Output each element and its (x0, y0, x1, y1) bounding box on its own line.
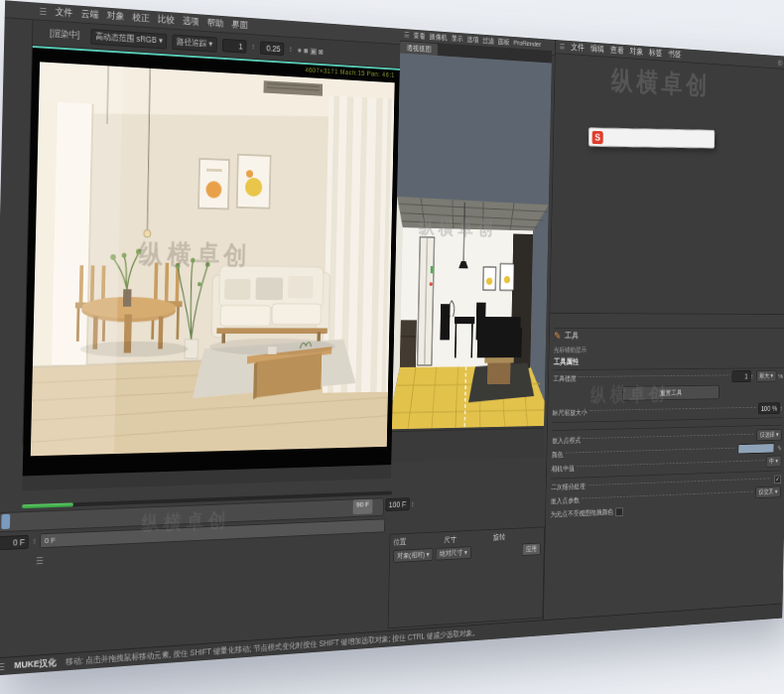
hamburger-icon[interactable]: ☰ (39, 6, 47, 16)
attribute-note: 光标辅助提示 (554, 346, 784, 354)
current-frame-spinner[interactable]: ↕ (32, 537, 36, 546)
kernel-dropdown[interactable]: 路径追踪 ▾ (173, 34, 217, 52)
om-search-icon[interactable]: ◎ ▥ (777, 58, 784, 67)
end-frame-spinner[interactable]: ↕ (411, 499, 414, 507)
cinema4d-window: ☰ 文件云端对象校正比较选项帮助界面 [渲染中] 高动态范围 sRGB ▾ 路径… (0, 0, 784, 676)
reset-tool-button[interactable]: 重置工具 (622, 385, 719, 401)
om-menu-对象[interactable]: 对象 (629, 46, 643, 58)
object-manager: ☰ 文件编辑查看对象标签书签 ◎ ▥ (550, 40, 784, 314)
tool-icon: ✎ (554, 330, 561, 341)
object-manager-menu-bar: ☰ 文件编辑查看对象标签书签 ◎ ▥ (556, 40, 784, 69)
status-hamburger-icon[interactable]: ☰ (0, 661, 5, 672)
om-menu-文件[interactable]: 文件 (571, 42, 585, 54)
color-label: 颜色 (552, 450, 564, 460)
position-header: 位置 (393, 535, 444, 547)
attribute-tabs (554, 344, 784, 345)
attr-checks-right (676, 421, 783, 423)
coordinates-panel: 位置 尺寸 旋转 对象(相对) ▾ 绝对尺寸 ▾ 应用 (388, 526, 545, 628)
flag-checkbox[interactable] (615, 507, 622, 516)
ratio-spinner[interactable]: ↕ (289, 45, 293, 54)
viewport-menu-查看[interactable]: 查看 (413, 31, 425, 41)
display-mode-icons[interactable]: ●■▣◙ (298, 45, 326, 56)
size-header: 尺寸 (444, 532, 493, 544)
strength-unit: % (778, 372, 783, 380)
end-frame-field[interactable]: 100 F (385, 497, 409, 511)
render-progress-fill (22, 502, 73, 508)
scale-field[interactable]: 100 % (758, 402, 780, 414)
param-label: 嵌入点参数 (551, 495, 580, 506)
viewport-hamburger-icon[interactable]: ☰ (404, 31, 410, 40)
mode-label: 嵌入点模式 (552, 435, 581, 445)
layout-tab-strip (391, 428, 544, 463)
menu-对象[interactable]: 对象 (107, 10, 125, 24)
om-menu-编辑[interactable]: 编辑 (590, 43, 604, 55)
om-menu-标签[interactable]: 标签 (649, 48, 663, 60)
localization-brand: MUKE汉化 (14, 656, 57, 672)
coords-mode-dropdown[interactable]: 对象(相对) ▾ (393, 548, 434, 563)
attribute-manager: ✎工具 光标辅助提示 工具属性 工具强度 1↕ 最大 ▾ % 重置工具 标尺缩放… (543, 313, 784, 620)
om-menu-书签[interactable]: 书签 (668, 49, 682, 61)
attr-checks-left (552, 424, 665, 427)
menu-比较[interactable]: 比较 (158, 13, 175, 27)
colorspace-dropdown[interactable]: 高动态范围 sRGB ▾ (90, 29, 167, 50)
current-frame-field[interactable]: 0 F (0, 534, 29, 550)
viewport-menu-面板[interactable]: 面板 (498, 37, 510, 47)
viewport-menu-过滤[interactable]: 过滤 (482, 36, 494, 46)
material-hamburger-icon[interactable]: ☰ (36, 556, 44, 566)
strength-max-dropdown[interactable]: 最大 ▾ (756, 370, 777, 382)
menu-选项[interactable]: 选项 (183, 15, 199, 29)
flag-label: 为元点不受视图拖拽颜色 (550, 507, 613, 519)
color-swatch[interactable] (738, 443, 775, 454)
attribute-top-tabs (554, 316, 784, 330)
om-menus: 文件编辑查看对象标签书签 (571, 42, 682, 61)
s-plugin-toolbar: S (588, 127, 715, 148)
mode-dropdown[interactable]: 仅选择 ▾ (756, 429, 782, 441)
mid-label: 相机中值 (551, 463, 574, 473)
current-frame-marker[interactable] (1, 514, 10, 529)
menu-界面[interactable]: 界面 (231, 19, 248, 32)
rendered-room-image (31, 62, 395, 456)
rotation-header: 旋转 (493, 530, 542, 542)
menu-帮助[interactable]: 帮助 (207, 17, 224, 31)
stage: ☰ 文件云端对象校正比较选项帮助界面 [渲染中] 高动态范围 sRGB ▾ 路径… (0, 0, 784, 694)
mid-dropdown[interactable]: 中 ▾ (766, 456, 782, 468)
viewport-menu-显示[interactable]: 显示 (452, 34, 463, 44)
samples-field[interactable]: 1 (222, 38, 247, 53)
scale-label: 标尺缩放大小 (553, 407, 588, 417)
viewport-menu-ProRender[interactable]: ProRender (513, 38, 541, 49)
strength-field[interactable]: 1 (731, 370, 750, 382)
apply-button[interactable]: 应用 (522, 543, 541, 556)
menu-云端[interactable]: 云端 (81, 8, 99, 22)
samples-spinner[interactable]: ↕ (251, 43, 255, 52)
rendering-status: [渲染中] (50, 27, 79, 42)
viewport-menu-摄像机[interactable]: 摄像机 (430, 32, 448, 42)
attribute-title: 工具 (565, 330, 579, 341)
render-viewport[interactable]: 4607×3171 Mach:15 Pan: 46:1 (23, 46, 400, 480)
s-plugin-logo[interactable]: S (592, 130, 603, 143)
viewport-menu-选项[interactable]: 选项 (466, 35, 478, 45)
end-frame-box: 100 F↕ (385, 496, 414, 512)
menu-校正[interactable]: 校正 (132, 11, 150, 25)
post-check-label: 二次细分处理 (551, 482, 586, 492)
ratio-field[interactable]: 0.25 (260, 41, 284, 56)
wireframe-scene (392, 129, 550, 429)
perspective-viewport[interactable] (392, 53, 552, 429)
om-hamburger-icon[interactable]: ☰ (560, 43, 566, 51)
strength-label: 工具强度 (553, 373, 576, 383)
param-dropdown[interactable]: 仅交叉 ▾ (755, 486, 781, 498)
coords-size-dropdown[interactable]: 绝对尺寸 ▾ (436, 546, 471, 561)
tool-properties-header: 工具属性 (554, 356, 784, 371)
post-checkbox[interactable]: ✓ (774, 475, 781, 484)
loop-end-marker[interactable]: 90 F (353, 499, 373, 515)
om-menu-查看[interactable]: 查看 (610, 45, 624, 57)
menu-文件[interactable]: 文件 (55, 6, 72, 20)
render-overlay-info: 4607×3171 Mach:15 Pan: 46:1 (305, 67, 395, 78)
